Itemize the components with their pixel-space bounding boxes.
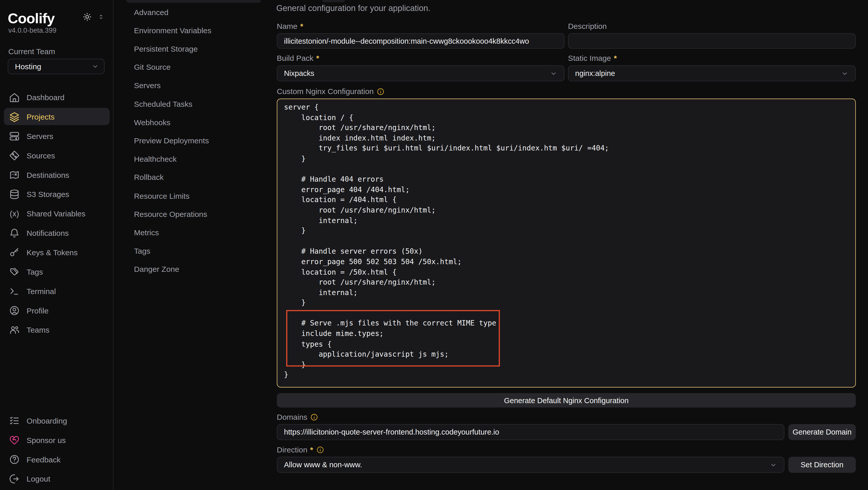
name-label: Name*: [277, 22, 304, 31]
heart-handshake-icon: [9, 434, 20, 445]
sidebar-item-sponsor-us[interactable]: Sponsor us: [4, 431, 110, 448]
coolify-app: Coolify v4.0.0-beta.399 Current Team Hos…: [0, 0, 868, 490]
nginx-config-label: Custom Nginx Configuration: [277, 87, 385, 96]
team-select[interactable]: Hosting: [8, 59, 104, 74]
app-version: v4.0.0-beta.399: [8, 27, 57, 34]
settings-nav-advanced[interactable]: Advanced: [134, 7, 253, 18]
chevrons-up-down-icon[interactable]: [97, 13, 104, 21]
sidebar-item-sources[interactable]: Sources: [4, 147, 110, 164]
build-pack-select[interactable]: Nixpacks: [277, 65, 565, 82]
settings-nav-rollback[interactable]: Rollback: [134, 172, 253, 183]
settings-nav-webhooks[interactable]: Webhooks: [134, 117, 253, 128]
logout-icon: [9, 473, 20, 484]
settings-nav-tags[interactable]: Tags: [134, 245, 253, 256]
info-icon[interactable]: [310, 413, 318, 421]
git-source-icon: [9, 150, 20, 161]
tags-icon: [9, 266, 20, 277]
chevron-down-icon: [91, 63, 99, 70]
settings-nav-resource-operations[interactable]: Resource Operations: [134, 209, 253, 220]
home-icon: [9, 92, 20, 103]
app-logo: Coolify: [8, 10, 54, 27]
info-icon[interactable]: [316, 445, 324, 454]
settings-nav-git-source[interactable]: Git Source: [134, 62, 253, 72]
chevron-down-icon: [841, 69, 848, 77]
map-icon: [9, 169, 20, 180]
sidebar-item-notifications[interactable]: Notifications: [4, 224, 110, 241]
settings-nav-metrics[interactable]: Metrics: [134, 227, 253, 238]
settings-nav-danger-zone[interactable]: Danger Zone: [134, 264, 253, 275]
annotation-red-box: [286, 310, 500, 367]
description-label: Description: [568, 22, 607, 31]
sidebar-item-projects[interactable]: Projects: [4, 108, 110, 125]
sidebar-item-destinations[interactable]: Destinations: [4, 166, 110, 183]
cut-off-element: [322, 0, 345, 2]
sidebar-item-profile[interactable]: Profile: [4, 302, 110, 319]
set-direction-button[interactable]: Set Direction: [788, 457, 856, 473]
database-icon: [9, 188, 20, 200]
settings-nav-partial-highlight: [126, 0, 261, 3]
sidebar-item-teams[interactable]: Teams: [4, 321, 110, 338]
domains-input[interactable]: https://illicitonion-quote-server-fronte…: [277, 424, 784, 440]
direction-select[interactable]: Allow www & non-www.: [277, 457, 784, 473]
layers-icon: [9, 111, 20, 122]
list-checks-icon: [9, 415, 20, 426]
bell-icon: [9, 227, 20, 238]
users-icon: [9, 324, 20, 335]
sidebar-item-shared-variables[interactable]: (x)Shared Variables: [4, 205, 110, 222]
settings-nav-resource-limits[interactable]: Resource Limits: [134, 190, 253, 201]
theme-sun-icon[interactable]: [83, 12, 92, 22]
server-icon: [9, 130, 20, 141]
user-circle-icon: [9, 305, 20, 316]
settings-nav-servers[interactable]: Servers: [134, 80, 253, 91]
sidebar-item-tags[interactable]: Tags: [4, 263, 110, 280]
generate-default-nginx-button[interactable]: Generate Default Nginx Configuration: [277, 393, 856, 407]
terminal-icon: [9, 285, 20, 296]
settings-nav-healthcheck[interactable]: Healthcheck: [134, 153, 253, 164]
domains-label: Domains: [277, 412, 318, 421]
sidebar: Coolify v4.0.0-beta.399 Current Team Hos…: [0, 0, 114, 490]
help-circle-icon: [9, 454, 20, 465]
sidebar-item-s3-storages[interactable]: S3 Storages: [4, 185, 110, 203]
current-team-label: Current Team: [8, 47, 55, 56]
chevron-down-icon: [550, 69, 557, 77]
sidebar-item-feedback[interactable]: Feedback: [4, 451, 110, 468]
variable-icon: (x): [9, 209, 20, 218]
sidebar-item-logout[interactable]: Logout: [4, 470, 110, 487]
static-image-label: Static Image*: [568, 54, 617, 63]
settings-nav-persistent-storage[interactable]: Persistent Storage: [134, 43, 253, 54]
build-pack-label: Build Pack*: [277, 54, 319, 63]
sidebar-item-dashboard[interactable]: Dashboard: [4, 89, 110, 106]
description-input[interactable]: [568, 33, 856, 49]
static-image-select[interactable]: nginx:alpine: [568, 65, 856, 82]
sidebar-item-onboarding[interactable]: Onboarding: [4, 412, 110, 429]
chevron-down-icon: [769, 461, 777, 468]
settings-nav-preview-deployments[interactable]: Preview Deployments: [134, 135, 253, 146]
page-subtitle: General configuration for your applicati…: [276, 3, 430, 13]
settings-nav-environment-variables[interactable]: Environment Variables: [134, 25, 253, 36]
settings-nav-scheduled-tasks[interactable]: Scheduled Tasks: [134, 99, 253, 110]
name-input[interactable]: illicitestonion/-module--decomposition:m…: [277, 33, 565, 49]
key-icon: [9, 247, 20, 257]
direction-label: Direction*: [277, 445, 324, 454]
sidebar-item-keys-tokens[interactable]: Keys & Tokens: [4, 244, 110, 261]
info-icon[interactable]: [376, 87, 385, 96]
sidebar-item-terminal[interactable]: Terminal: [4, 282, 110, 299]
sidebar-item-servers[interactable]: Servers: [4, 127, 110, 144]
generate-domain-button[interactable]: Generate Domain: [788, 424, 856, 440]
